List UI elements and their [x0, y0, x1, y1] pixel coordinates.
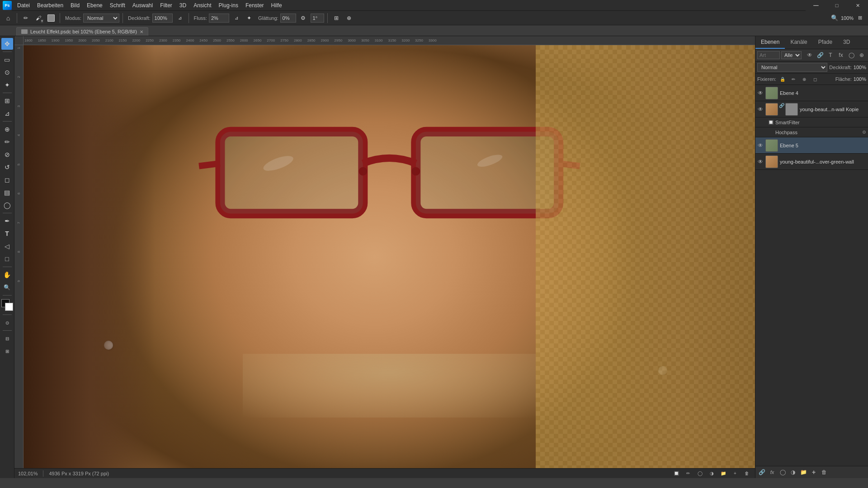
tool-lasso[interactable]: ⊙	[1, 66, 13, 78]
lock-art-btn[interactable]: ✏	[789, 75, 798, 84]
tool-hand[interactable]: ✋	[1, 269, 13, 281]
tool-eyedrop[interactable]: ⊿	[1, 108, 13, 119]
lock-position-btn[interactable]: 🔒	[778, 75, 787, 84]
tool-path[interactable]: ◁	[1, 240, 13, 252]
hochpass-settings-icon[interactable]: ⚙	[862, 130, 866, 135]
tab-ebenen[interactable]: Ebenen	[755, 36, 785, 49]
status-info-btn[interactable]: 🔲	[672, 469, 681, 478]
tool-shape[interactable]: □	[1, 253, 13, 265]
search-button[interactable]: 🔍	[829, 13, 840, 23]
fluss-pressure-btn[interactable]: ⊿	[231, 13, 242, 23]
tool-quick-mask[interactable]: ⊙	[1, 317, 13, 328]
menu-hilfe[interactable]: Hilfe	[268, 1, 286, 9]
menu-bild[interactable]: Bild	[67, 1, 83, 9]
layer-mask-icon[interactable]: ◯	[847, 51, 856, 60]
deckkraft-pressure-btn[interactable]: ⊿	[175, 13, 185, 23]
modus-select[interactable]: Normal	[83, 14, 119, 23]
document-tab[interactable]: Leucht Effekt.psdc bei 102% (Ebene 5, RG…	[16, 27, 148, 36]
tool-stamp[interactable]: ⊘	[1, 149, 13, 160]
arrange-button[interactable]: ⊞	[854, 13, 865, 23]
brush-rotation-btn[interactable]: ⊕	[344, 13, 354, 23]
tool-zoom[interactable]: 🔍	[1, 282, 13, 293]
brush-color-button[interactable]	[46, 13, 57, 23]
tab-3d[interactable]: 3D	[838, 36, 855, 49]
tool-crop[interactable]: ⊞	[1, 95, 13, 107]
menu-3d[interactable]: 3D	[176, 1, 190, 9]
lock-all-btn[interactable]: ⊕	[800, 75, 809, 84]
foreground-color[interactable]	[1, 299, 13, 311]
tool-dodge[interactable]: ◯	[1, 199, 13, 211]
tool-eraser[interactable]: ◻	[1, 174, 13, 186]
layer-young-kopie[interactable]: 👁 🔗 young-beaut...n-wall Kopie	[755, 101, 868, 117]
status-mask-btn[interactable]: ◯	[695, 469, 704, 478]
tool-text[interactable]: T	[1, 228, 13, 239]
tool-heal[interactable]: ⊕	[1, 123, 13, 135]
delete-layer-button[interactable]: 🗑	[820, 468, 829, 477]
blend-mode-select[interactable]: Normal	[757, 63, 827, 72]
lock-transparent-btn[interactable]: ◻	[811, 75, 820, 84]
fluss-input[interactable]	[209, 14, 229, 23]
status-group-btn[interactable]: 📁	[719, 469, 728, 478]
airbrush-btn[interactable]: ✦	[244, 13, 255, 23]
menu-ebene[interactable]: Ebene	[83, 1, 106, 9]
tab-kanaele[interactable]: Kanäle	[785, 36, 812, 49]
status-delete-btn[interactable]: 🗑	[742, 469, 751, 478]
tool-magic-wand[interactable]: ✦	[1, 79, 13, 91]
menu-bearbeiten[interactable]: Bearbeiten	[33, 1, 67, 9]
tool-brush[interactable]: ✏	[1, 136, 13, 148]
status-edit-btn[interactable]: ✏	[684, 469, 693, 478]
glaettung-input[interactable]	[280, 14, 296, 23]
maximize-button[interactable]: □	[826, 0, 847, 11]
add-mask-button[interactable]: ◯	[778, 468, 787, 477]
menu-filter[interactable]: Filter	[156, 1, 176, 9]
layer-more-icon[interactable]: ⊕	[857, 51, 866, 60]
minimize-button[interactable]: ─	[806, 0, 826, 11]
glaettung-settings-btn[interactable]: ⚙	[298, 13, 309, 23]
tool-select-rect[interactable]: ▭	[1, 54, 13, 66]
layer-eye-young-kopie[interactable]: 👁	[757, 106, 764, 113]
add-new-layer-button[interactable]: +	[809, 468, 818, 477]
layer-eye-ebene4[interactable]: 👁	[757, 90, 764, 96]
layer-effect-icon[interactable]: fx	[836, 51, 845, 60]
layer-hochpass[interactable]: Hochpass ⚙	[755, 127, 868, 137]
close-button[interactable]: ✕	[847, 0, 868, 11]
tab-pfade[interactable]: Pfade	[813, 36, 838, 49]
menu-ansicht[interactable]: Ansicht	[190, 1, 215, 9]
tool-history[interactable]: ↺	[1, 161, 13, 173]
tool-artboard[interactable]: ⊞	[1, 345, 13, 357]
deckkraft-input[interactable]	[152, 14, 173, 23]
zoom-level-button[interactable]: 100%	[842, 13, 853, 23]
menu-auswahl[interactable]: Auswahl	[129, 1, 156, 9]
status-adjustment-btn[interactable]: ◑	[707, 469, 716, 478]
layer-artboard-icon[interactable]: T	[826, 51, 835, 60]
doc-tab-close[interactable]: ✕	[140, 29, 143, 34]
menu-schrift[interactable]: Schrift	[106, 1, 129, 9]
layer-ebene5[interactable]: 👁 Ebene 5	[755, 137, 868, 154]
menu-datei[interactable]: Datei	[14, 1, 33, 9]
add-adjustment-button[interactable]: ◑	[788, 468, 797, 477]
layer-young-original[interactable]: 👁 young-beautiful-...over-green-wall	[755, 154, 868, 170]
add-group-button[interactable]: 📁	[799, 468, 808, 477]
home-button[interactable]: ⌂	[3, 13, 14, 23]
tool-screen-mode[interactable]: ⊟	[1, 333, 13, 344]
angle-input[interactable]	[311, 14, 324, 23]
layer-type-input[interactable]	[757, 51, 780, 59]
brush-settings-button[interactable]: 🖌 ▾	[33, 13, 44, 23]
layer-smartfilter[interactable]: 🔲 SmartFilter	[755, 117, 868, 127]
tool-pen[interactable]: ✒	[1, 215, 13, 227]
layer-eye-ebene5[interactable]: 👁	[757, 142, 764, 149]
tool-gradient[interactable]: ▤	[1, 187, 13, 198]
add-link-button[interactable]: 🔗	[757, 468, 766, 477]
brush-preset-button[interactable]: ✏	[20, 13, 31, 23]
layer-ebene4[interactable]: 👁 Ebene 4	[755, 85, 868, 101]
add-fx-button[interactable]: fx	[768, 468, 777, 477]
symmetry-btn[interactable]: ⊞	[331, 13, 342, 23]
layer-visibility-icon[interactable]: 👁	[805, 51, 814, 60]
menu-fenster[interactable]: Fenster	[242, 1, 268, 9]
layer-link-icon[interactable]: 🔗	[816, 51, 825, 60]
layer-eye-young-original[interactable]: 👁	[757, 159, 764, 165]
layer-type-select[interactable]: Alle	[781, 51, 802, 59]
canvas-viewport[interactable]	[24, 45, 755, 468]
menu-plugins[interactable]: Plug-ins	[215, 1, 242, 9]
tool-move[interactable]: ✥	[1, 38, 13, 50]
